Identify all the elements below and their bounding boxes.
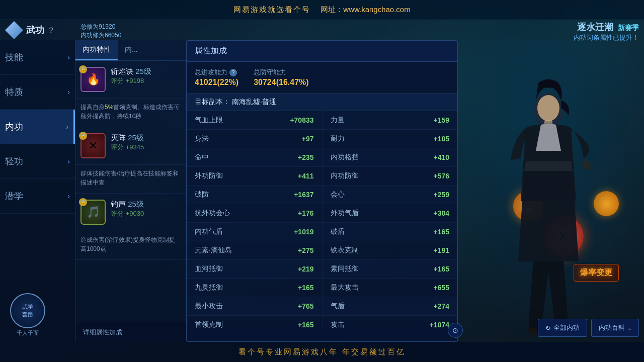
sidebar-item-traits[interactable]: 特质 ›: [0, 75, 75, 110]
attr-name: 气盾: [331, 302, 345, 311]
sidebar-item-inner[interactable]: 内功 ›: [0, 110, 75, 144]
attr-cell-right: 耐力 +105: [323, 130, 458, 148]
all-inner-button[interactable]: ↻ 全部内功: [538, 319, 587, 337]
attr-cell-right: 会心 +259: [323, 186, 458, 204]
scroll-indicator[interactable]: ⊙: [448, 323, 463, 338]
target-dungeon: 目标副本： 南海乱墟·普通: [187, 94, 457, 111]
attr-cell-left: 气血上限 +70833: [187, 111, 323, 129]
attr-value: +410: [433, 153, 449, 161]
attr-cell-left: 元素·滴仙岛 +275: [187, 241, 323, 259]
attr-cell-right: 内功格挡 +410: [323, 148, 458, 166]
inner-power-text: 内功修为66050: [80, 31, 121, 40]
total-defense-value: 30724(16.47%): [254, 78, 308, 87]
attr-cell-left: 外功防御 +411: [187, 167, 323, 185]
attr-name: 元素·滴仙岛: [195, 246, 232, 255]
attr-cell-left: 命中 +235: [187, 148, 323, 166]
skill-desc-zhanyan: 提高自身5%首领克制。标造成伤害可额外提高防，持续10秒: [75, 99, 186, 127]
skill-icon-miejen: 🔒 ✕: [80, 133, 106, 158]
table-row: 抗外功会心 +176 外功气盾 +304: [187, 204, 457, 223]
logo-title: 武功: [26, 24, 44, 36]
logo-question[interactable]: ？: [47, 26, 55, 35]
skill-item-miejen[interactable]: 🔒 ✕ 灭阵 25级 评分 +9345: [75, 127, 186, 165]
attr-cell-right: 铁衣克制 +191: [323, 241, 458, 259]
character-display: [448, 40, 644, 342]
attr-name: 命中: [195, 153, 209, 162]
table-row: 气血上限 +70833 力量 +159: [187, 111, 457, 130]
inner-wiki-button[interactable]: 内功百科 ≡: [591, 319, 639, 337]
bottom-badge[interactable]: 武学套路 千人千面: [10, 293, 45, 337]
main-bottom-bar: 看个号专业网易游戏八年 年交易额过百亿: [0, 342, 644, 362]
arrow-icon: ›: [67, 53, 70, 61]
skill-item-zhanyan[interactable]: 🔒 🔥 斩焰诀 25级 评分 +9198: [75, 61, 186, 99]
table-row: 最小攻击 +765 气盾 +274: [187, 297, 457, 316]
character-silhouette: [483, 60, 614, 342]
attr-name: 外功防御: [195, 171, 223, 180]
attr-cell-left: 抗外功会心 +176: [187, 204, 323, 222]
attr-value: +765: [298, 302, 314, 310]
attr-name: 气血上限: [195, 116, 223, 125]
attr-cell-right: 力量 +159: [323, 111, 458, 129]
attr-value: +235: [298, 153, 314, 161]
skill-name: 灭阵 25级: [111, 133, 181, 143]
table-row: 身法 +97 耐力 +105: [187, 130, 457, 148]
attr-cell-left: 内功气盾 +1019: [187, 223, 323, 241]
badge-top-label: 武学套路: [22, 303, 33, 318]
promo-text: 看个号专业网易游戏八年 年交易额过百亿: [238, 347, 405, 357]
attr-value: +176: [298, 209, 314, 217]
attr-name: 血河抵御: [195, 264, 223, 274]
attr-value: +105: [433, 135, 449, 143]
sidebar-item-skills[interactable]: 技能 ›: [0, 40, 75, 75]
attr-value: +97: [302, 135, 314, 143]
skill-name: 钓声 25级: [111, 200, 181, 209]
attr-name: 力量: [331, 116, 345, 125]
attribute-table: 气血上限 +70833 力量 +159 身法 +97 耐力 +105 命中 +2…: [187, 111, 457, 331]
attr-name: 内功防御: [331, 171, 359, 180]
total-defense-summary: 总防守能力 30724(16.47%): [254, 68, 308, 87]
lock-icon: 🔒: [79, 198, 87, 206]
top-bar: 网易游戏就选看个号 网址：www.kangchao.com: [0, 0, 644, 20]
tab-inner-other[interactable]: 内...: [118, 40, 145, 60]
table-row: 九灵抵御 +165 最大攻击 +655: [187, 279, 457, 297]
attr-value: +1019: [294, 228, 313, 236]
total-attack-label: 总进攻能力 ?: [195, 68, 238, 77]
attr-cell-right: 气盾 +274: [323, 297, 458, 315]
skill-list-area: 内功特性 内... 🔒 🔥 斩焰诀 25级 评分 +9198 提高自身5%首领克…: [75, 40, 186, 342]
skill-tabs: 内功特性 内...: [75, 40, 186, 61]
attr-value: +165: [298, 321, 314, 329]
skill-score: 评分 +9345: [111, 143, 181, 152]
attr-name: 内功气盾: [195, 227, 223, 236]
skill-item-diaosheng[interactable]: 🔒 🎵 钓声 25级 评分 +9030: [75, 194, 186, 231]
table-row: 内功气盾 +1019 破盾 +165: [187, 223, 457, 241]
attr-cell-left: 最小攻击 +765: [187, 297, 323, 315]
attr-value: +70833: [290, 116, 313, 124]
right-top-area: 逐水迁潮 新赛季 内功词条属性已提升！: [574, 21, 639, 42]
attr-name: 破盾: [331, 227, 345, 236]
skill-info-miejen: 灭阵 25级 评分 +9345: [111, 133, 181, 152]
skill-score: 评分 +9030: [111, 209, 181, 218]
tab-inner-traits[interactable]: 内功特性: [75, 40, 118, 60]
logo-stats: 总修为91920 内功修为66050: [80, 23, 121, 40]
skill-desc-miejen: 群体技能伤害/治疗提高在技能标签和描述中查: [75, 165, 186, 194]
attr-value: +165: [433, 228, 449, 236]
attr-value: +411: [298, 172, 314, 180]
attr-name: 首领克制: [195, 320, 223, 329]
arrow-icon: ›: [67, 88, 70, 96]
total-defense-label: 总防守能力: [254, 68, 308, 77]
action-buttons: ↻ 全部内功 内功百科 ≡: [538, 319, 639, 337]
attr-cell-left: 九灵抵御 +165: [187, 279, 323, 297]
attr-cell-right: 素问抵御 +165: [323, 260, 458, 278]
skill-desc-diaosheng: 造成伤害(治疗效果)提身怪物克制提高1000点: [75, 231, 186, 260]
attr-name: 破防: [195, 190, 209, 199]
sidebar-item-light[interactable]: 轻功 ›: [0, 144, 75, 179]
help-icon[interactable]: ?: [229, 69, 237, 76]
skill-info-zhanyan: 斩焰诀 25级 评分 +9198: [111, 67, 181, 85]
total-attack-summary: 总进攻能力 ? 41021(22%): [195, 68, 238, 87]
arrow-icon: ›: [67, 192, 70, 200]
sidebar-item-hidden[interactable]: 潜学 ›: [0, 179, 75, 214]
attr-name: 铁衣克制: [331, 246, 359, 255]
attr-name: 最大攻击: [331, 283, 359, 292]
skill-score: 评分 +9198: [111, 76, 181, 85]
attr-name: 耐力: [331, 134, 345, 143]
attr-value: +655: [433, 284, 449, 292]
logo-diamond-icon: [5, 21, 23, 39]
